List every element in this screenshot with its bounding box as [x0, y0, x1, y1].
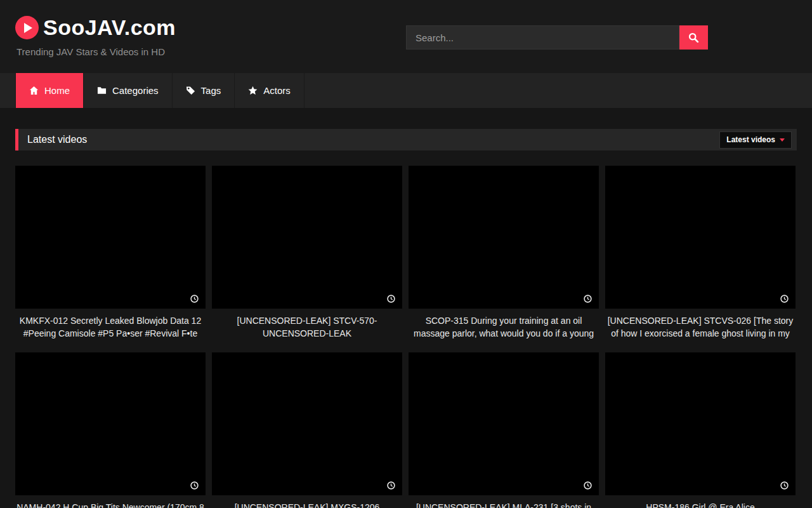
sort-dropdown[interactable]: Latest videos [719, 131, 792, 149]
nav-label: Categories [112, 85, 159, 96]
clock-icon [584, 481, 592, 490]
clock-icon [190, 295, 199, 303]
video-thumbnail[interactable] [212, 166, 402, 309]
logo-text: SooJAV.com [43, 15, 176, 40]
video-title[interactable]: [UNCENSORED-LEAK] MXGS-1206 Absolutely [212, 501, 402, 508]
search-input[interactable] [406, 25, 679, 50]
nav-item-categories[interactable]: Categories [84, 73, 173, 108]
video-thumbnail[interactable] [212, 352, 402, 495]
nav-item-actors[interactable]: Actors [235, 73, 304, 108]
video-title[interactable]: [UNCENSORED-LEAK] STCVS-026 [The story o… [605, 314, 796, 340]
video-title[interactable]: SCOP-315 During your training at an oil … [409, 314, 599, 340]
site-logo[interactable]: SooJAV.com [15, 15, 176, 40]
video-thumbnail[interactable] [15, 352, 206, 495]
clock-icon [584, 295, 592, 303]
video-card[interactable]: [UNCENSORED-LEAK] STCV-570-UNCENSORED-LE… [212, 166, 402, 340]
sort-label: Latest videos [726, 135, 775, 144]
video-card[interactable]: [UNCENSORED-LEAK] STCVS-026 [The story o… [605, 166, 796, 340]
video-title[interactable]: NAMH-042 H Cup Big Tits Newcomer (170cm … [15, 501, 206, 508]
video-card[interactable]: SCOP-315 During your training at an oil … [409, 166, 599, 340]
clock-icon [780, 481, 789, 490]
video-thumbnail[interactable] [605, 166, 796, 309]
home-icon [29, 86, 39, 95]
play-icon [15, 16, 39, 39]
search-button[interactable] [679, 25, 708, 50]
video-card[interactable]: KMKFX-012 Secretly Leaked Blowjob Data 1… [15, 166, 206, 340]
video-card[interactable]: [UNCENSORED-LEAK] MXGS-1206 Absolutely [212, 352, 402, 508]
video-title[interactable]: HPSM-186 Girl @ Era Alice [605, 501, 796, 508]
nav-item-tags[interactable]: Tags [173, 73, 235, 108]
nav-label: Tags [201, 85, 221, 96]
video-card[interactable]: NAMH-042 H Cup Big Tits Newcomer (170cm … [15, 352, 206, 508]
video-thumbnail[interactable] [409, 352, 599, 495]
video-title[interactable]: KMKFX-012 Secretly Leaked Blowjob Data 1… [15, 314, 206, 340]
nav-label: Actors [263, 85, 291, 96]
clock-icon [387, 481, 395, 490]
main-content: Latest videos Latest videos KMKFX-012 Se… [15, 129, 797, 508]
section-title: Latest videos [27, 134, 87, 145]
video-card[interactable]: HPSM-186 Girl @ Era Alice [605, 352, 796, 508]
video-thumbnail[interactable] [605, 352, 796, 495]
video-title[interactable]: [UNCENSORED-LEAK] MLA-231 [3 shots in [409, 501, 599, 508]
video-thumbnail[interactable] [409, 166, 599, 309]
search-icon [688, 32, 699, 43]
video-thumbnail[interactable] [15, 166, 206, 309]
clock-icon [190, 481, 199, 490]
clock-icon [780, 295, 789, 303]
tag-icon [186, 86, 195, 95]
video-title[interactable]: [UNCENSORED-LEAK] STCV-570-UNCENSORED-LE… [212, 314, 402, 340]
caret-down-icon [780, 138, 785, 142]
star-icon [248, 86, 258, 95]
search-bar [406, 25, 708, 50]
video-grid: KMKFX-012 Secretly Leaked Blowjob Data 1… [15, 166, 797, 508]
main-nav: Home Categories Tags Actors [0, 73, 812, 108]
section-header: Latest videos Latest videos [15, 129, 797, 150]
site-header: SooJAV.com Trending JAV Stars & Videos i… [0, 0, 812, 73]
clock-icon [387, 295, 395, 303]
site-tagline: Trending JAV Stars & Videos in HD [16, 46, 165, 57]
video-card[interactable]: [UNCENSORED-LEAK] MLA-231 [3 shots in [409, 352, 599, 508]
nav-item-home[interactable]: Home [15, 73, 84, 108]
folder-icon [97, 86, 107, 95]
nav-label: Home [44, 85, 70, 96]
